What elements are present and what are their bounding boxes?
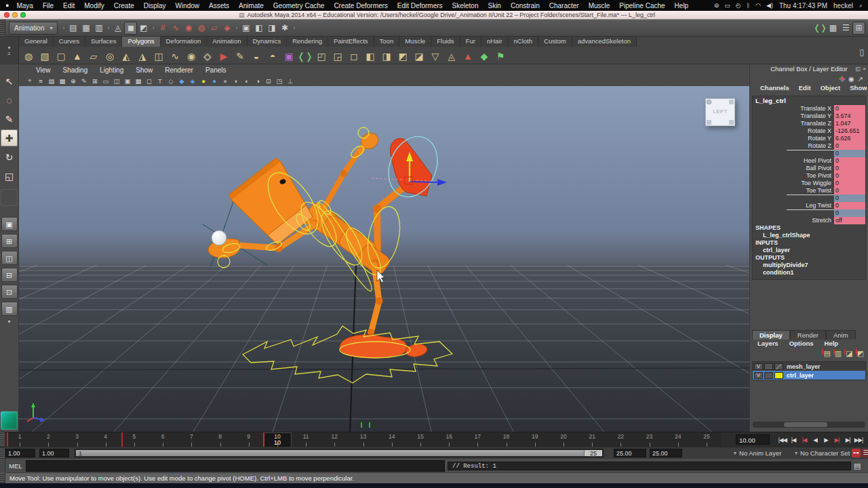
screen-space-ao-icon[interactable]: ◐ [241, 76, 252, 85]
gate-mask-icon[interactable]: ▣ [122, 76, 133, 85]
menubar-item[interactable]: File [38, 2, 58, 9]
timeline-frames[interactable]: 1 2 3 4 5 [5, 432, 721, 447]
timeline-frame[interactable]: 13 [349, 432, 377, 447]
channel-speed-icon[interactable]: ◉ [848, 75, 854, 83]
timeline-frame[interactable]: 20 [549, 432, 578, 447]
toggle-channel-box-icon[interactable]: ⊞ [852, 22, 865, 35]
poly-bevel-icon[interactable]: ◩ [395, 51, 411, 62]
layer-name[interactable]: ctrl_layer [785, 372, 814, 379]
move-tool[interactable]: ✚ [1, 129, 18, 146]
timeline-frame[interactable]: 11 [292, 432, 320, 447]
as-control-icon[interactable]: ◆ [476, 51, 492, 62]
new-scene-icon[interactable]: ▤ [66, 22, 79, 35]
poly-reduce-icon[interactable]: ▽ [427, 51, 443, 62]
layout-persp-outliner-button[interactable]: ◫ [1, 251, 18, 265]
panel-menu-item[interactable]: Shading [57, 66, 94, 74]
channel-row[interactable]: Stretch off [753, 217, 865, 224]
shelf-tab[interactable]: nCloth [509, 37, 538, 47]
menubar-item[interactable]: Muscle [584, 2, 615, 9]
channel-value-field[interactable]: 0 [834, 157, 865, 165]
universal-access-icon[interactable]: ⊚ [714, 2, 719, 9]
channel-row[interactable]: Toe Wiggle 0 [753, 180, 865, 187]
menubar-item[interactable]: Create Deformers [329, 2, 392, 9]
snap-to-grid-icon[interactable]: # [156, 22, 169, 35]
shelf-tab[interactable]: Dynamics [248, 37, 288, 47]
channel-value-field[interactable]: 0 [834, 105, 865, 113]
layout-four-pane-button[interactable]: ⊞ [1, 234, 18, 248]
menubar-item[interactable]: Assets [204, 2, 234, 9]
poly-mirror-geometry-icon[interactable]: ◪ [411, 51, 427, 62]
step-forward-frame-button[interactable]: ▶| [842, 433, 853, 446]
channel-value-field[interactable]: 1.047 [834, 120, 865, 127]
collapse-separator[interactable]: › [105, 22, 111, 35]
isolate-select-icon[interactable]: ⊡ [263, 76, 274, 85]
select-tool[interactable]: ↖ [1, 73, 18, 89]
menubar-item[interactable]: Edit [58, 2, 79, 9]
menubar-item[interactable]: Display [139, 2, 171, 9]
rotate-tool[interactable]: ↻ [1, 148, 18, 165]
node-row[interactable]: L_leg_ctrlShape [753, 232, 865, 239]
channel-value-field[interactable]: 0 [834, 180, 865, 187]
menubar-item[interactable]: Pipeline Cache [614, 2, 669, 9]
timeline-frame[interactable]: 19 [521, 432, 549, 447]
resolution-gate-icon[interactable]: ◫ [111, 76, 122, 85]
xray-joints-icon[interactable]: ⊥ [285, 76, 296, 85]
smooth-shade-icon[interactable]: ◆ [176, 76, 187, 85]
node-row[interactable]: ctrl_layer [753, 247, 865, 254]
channel-value-field[interactable]: 6.626 [834, 135, 865, 142]
render-current-frame-icon[interactable]: ◧ [252, 22, 265, 35]
snap-view-plane-icon[interactable]: ▱ [208, 22, 220, 35]
shadows-icon[interactable]: ◗ [231, 76, 241, 85]
layer-editor-tab[interactable]: Render [790, 330, 826, 340]
shelf-tab[interactable]: Animation [207, 37, 247, 47]
mel-command-input[interactable] [26, 460, 445, 472]
menubar-item[interactable]: Constrain [506, 2, 545, 9]
menubar-item[interactable]: Create [109, 2, 139, 9]
window-titlebar[interactable]: ▤Autodesk Maya 2014 x64 – Educational Ve… [0, 11, 868, 20]
collapse-separator[interactable]: › [291, 22, 297, 35]
poly-separate-icon[interactable]: ◓ [264, 51, 281, 62]
channelbox-menu-item[interactable]: Show [845, 84, 868, 94]
poly-helix-icon[interactable]: ∿ [167, 51, 183, 62]
timeline-frame[interactable]: 22 [606, 432, 635, 447]
timeline-frame[interactable]: 12 [320, 432, 349, 447]
poly-plane-icon[interactable]: ▱ [85, 51, 102, 62]
range-end-handle[interactable]: 25 [584, 450, 602, 456]
poly-bridge-icon[interactable]: ◨ [378, 51, 395, 62]
timeline-frame[interactable]: 8 [205, 432, 234, 447]
timeline-frame[interactable]: 25 [692, 432, 721, 447]
menubar-item[interactable]: Maya [12, 2, 37, 9]
channel-row[interactable]: Ball Pivot 0 [753, 165, 865, 172]
step-back-key-button[interactable]: |◀ [799, 433, 810, 446]
channel-manip-move-icon[interactable]: ✚ [839, 75, 844, 83]
channelbox-menu-item[interactable]: Channels [755, 84, 794, 94]
rangeslider-handle[interactable] [0, 447, 5, 460]
poly-cube-icon[interactable]: ▧ [37, 51, 53, 62]
node-row[interactable]: SHAPES [753, 224, 865, 232]
timeline-frame[interactable]: 9 [235, 432, 263, 447]
timeline-frame[interactable]: 2 [34, 432, 62, 447]
menu-set-dropdown[interactable]: Animation▾ [9, 22, 58, 35]
poly-smooth-icon[interactable]: ◻ [346, 51, 362, 62]
channel-value-field[interactable]: 0 [834, 187, 865, 195]
shelf-tab[interactable]: advancedSkeleton [572, 37, 637, 47]
select-object-icon[interactable]: ◼ [124, 22, 137, 35]
channel-row[interactable]: Toe Pivot 0 [753, 172, 865, 180]
channelbox-close-icon[interactable]: × [863, 64, 866, 74]
timeline-frame[interactable]: 4 [92, 432, 120, 447]
shelf-tab[interactable]: Rendering [287, 37, 328, 47]
crease-set-icon[interactable]: ❬❭ [297, 51, 313, 62]
channelbox-dock-icon[interactable]: ◱ [856, 64, 861, 74]
selected-object-name[interactable]: L_leg_ctrl [753, 96, 865, 105]
layer-editor-menu-item[interactable]: Layers [752, 340, 784, 347]
mel-mode-button[interactable]: MEL [5, 462, 26, 470]
open-scene-icon[interactable]: ▦ [79, 22, 92, 35]
step-forward-key-button[interactable]: ▶| [831, 433, 842, 446]
channel-value-field[interactable]: -126.651 [834, 127, 865, 135]
layout-persp-graph-outliner-button[interactable]: ▥ [1, 302, 18, 316]
render-view-icon[interactable]: ▣ [239, 22, 252, 35]
timeline-frame[interactable]: 24 [664, 432, 692, 447]
default-lighting-icon[interactable]: ● [209, 76, 220, 85]
select-hierarchy-icon[interactable]: ◬ [111, 22, 124, 35]
playback-start-field[interactable]: 1.00 [39, 449, 69, 458]
